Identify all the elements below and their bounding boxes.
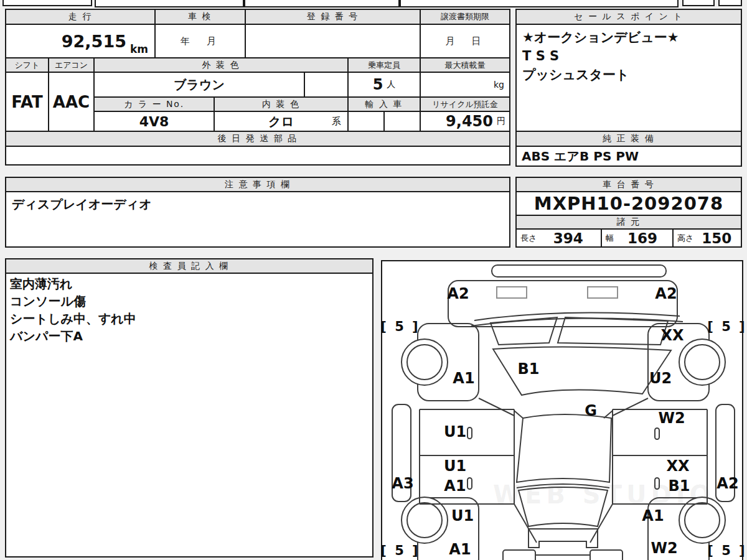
- top-cell: [400, 0, 679, 7]
- top-cell: [682, 0, 715, 6]
- interior-color-name: クロ: [268, 113, 294, 130]
- notes-panel: 注 意 事 項 欄 ディスプレイオーディオ: [5, 177, 510, 248]
- interior-color-header: 内 装 色: [215, 98, 349, 112]
- sales-points-content: ★オークションデビュー★T S Sプッシュスタート: [517, 25, 742, 132]
- diagram-label-A1: A1: [449, 541, 471, 558]
- recycle-number: 9,450: [446, 113, 493, 130]
- diagram-label-B1: B1: [518, 360, 540, 378]
- diagram-label-XX: XX: [660, 327, 684, 344]
- import-cell-2: [385, 112, 421, 132]
- chassis-number-value: MXPH10-2092078: [517, 192, 742, 216]
- diagram-label-U1: U1: [444, 423, 466, 441]
- spec-height-value: 150: [697, 230, 741, 246]
- exterior-color-extra-cell: [305, 73, 349, 98]
- transfer-docs-deadline-header: 譲渡書類期限: [421, 10, 510, 25]
- mileage-number: 92,515: [62, 32, 126, 51]
- diagram-label-5: [ 5 ]: [380, 543, 420, 558]
- auction-sheet: 走 行 車 検 登 録 番 号 譲渡書類期限 92,515 km 年 月 月 日…: [0, 0, 747, 560]
- diagram-label-U2: U2: [649, 370, 672, 387]
- spec-width-label: 幅: [606, 233, 614, 244]
- diagram-label-W2: W2: [651, 539, 677, 557]
- spec-length: 長さ 394: [517, 230, 602, 248]
- specs-header: 諸 元: [517, 216, 742, 230]
- top-cell: [718, 0, 742, 6]
- diagram-label-A2: A2: [655, 285, 677, 302]
- diagram-label-W2: W2: [658, 409, 685, 427]
- inspection-value: 年 月: [156, 25, 246, 58]
- chassis-panel: 車 台 番 号 MXPH10-2092078 諸 元 長さ 394 幅 169 …: [515, 177, 742, 248]
- color-no-header: カ ラ ー No.: [95, 98, 215, 112]
- shift-value: FAT: [6, 73, 49, 132]
- diagram-label-5: [ 5 ]: [707, 319, 746, 334]
- later-shipped-parts-value: [6, 147, 510, 166]
- aircon-value: AAC: [49, 73, 95, 132]
- diagram-label-U1: U1: [444, 457, 466, 475]
- top-cell: [2, 0, 92, 6]
- registration-number-value: [246, 25, 421, 58]
- mileage-value: 92,515 km: [6, 25, 156, 58]
- later-shipped-parts-header: 後 日 発 送 部 品: [6, 132, 510, 147]
- text-line: ★オークションデビュー★: [522, 28, 679, 47]
- registration-number-header: 登 録 番 号: [246, 10, 421, 25]
- capacity-number: 5: [373, 76, 383, 93]
- import-cell-1: [349, 112, 385, 132]
- car-condition-diagram: WEB STUDIO: [381, 260, 743, 560]
- top-cell: [95, 0, 244, 7]
- diagram-label-5: [ 5 ]: [707, 543, 746, 558]
- inspector-content: 室内薄汚れコンソール傷シートしみ中、すれ中バンパー下A: [6, 274, 374, 558]
- diagram-label-XX: XX: [666, 457, 689, 475]
- chassis-number-header: 車 台 番 号: [517, 178, 742, 192]
- recycle-unit: 円: [497, 116, 505, 127]
- capacity-value: 5 人: [349, 73, 421, 98]
- spec-length-label: 長さ: [520, 233, 537, 244]
- text-line: T S S: [522, 47, 559, 65]
- shift-header: シフト: [6, 58, 49, 73]
- max-load-unit: kg: [494, 80, 504, 90]
- diagram-label-B1: B1: [669, 477, 690, 495]
- text-line: コンソール傷: [10, 292, 86, 310]
- diagram-label-A2: A2: [447, 285, 469, 302]
- aircon-header: エアコン: [49, 58, 95, 73]
- inspector-header: 検 査 員 記 入 欄: [6, 259, 374, 274]
- exterior-color-value: ブラウン: [95, 73, 305, 98]
- vehicle-info-table: 走 行 車 検 登 録 番 号 譲渡書類期限 92,515 km 年 月 月 日…: [5, 9, 510, 166]
- inspector-panel: 検 査 員 記 入 欄 室内薄汚れコンソール傷シートしみ中、すれ中バンパー下A: [5, 258, 374, 558]
- genuine-equipment-value: ABS エアB PS PW: [517, 147, 742, 167]
- text-line: ディスプレイオーディオ: [12, 195, 152, 213]
- spec-length-value: 394: [540, 230, 601, 246]
- spec-width: 幅 169: [602, 230, 674, 248]
- sales-points-panel: セ ー ル ス ポ イ ン ト ★オークションデビュー★T S Sプッシュスター…: [515, 9, 742, 167]
- color-no-value: 4V8: [95, 112, 215, 132]
- text-line: 室内薄汚れ: [10, 275, 72, 292]
- text-line: プッシュスタート: [522, 65, 629, 84]
- max-load-header: 最大積載量: [421, 58, 510, 73]
- spec-height-label: 高さ: [677, 233, 693, 244]
- capacity-header: 乗車定員: [349, 58, 421, 73]
- capacity-unit: 人: [387, 79, 395, 90]
- sales-points-header: セ ー ル ス ポ イ ン ト: [517, 10, 742, 25]
- text-line: バンパー下A: [10, 327, 83, 345]
- text-line: シートしみ中、すれ中: [10, 310, 136, 327]
- mileage-header: 走 行: [6, 10, 156, 25]
- genuine-equipment-header: 純 正 装 備: [517, 132, 742, 147]
- spec-width-value: 169: [618, 230, 672, 246]
- transfer-docs-value: 月 日: [421, 25, 510, 58]
- car-outline-drawing: [382, 261, 742, 560]
- diagram-label-A1: A1: [453, 370, 474, 387]
- notes-header: 注 意 事 項 欄: [6, 178, 510, 192]
- max-load-value: kg: [421, 73, 510, 98]
- mileage-unit: km: [130, 43, 148, 57]
- diagram-label-5: [ 5 ]: [380, 319, 420, 334]
- diagram-label-A3: A3: [392, 475, 413, 492]
- recycle-deposit-header: リサイクル預託金: [421, 98, 510, 112]
- top-cell: [244, 0, 400, 7]
- import-header: 輸 入 車: [349, 98, 421, 112]
- inspection-header: 車 検: [156, 10, 246, 25]
- diagram-label-A2: A2: [716, 475, 738, 492]
- diagram-label-A1: A1: [642, 507, 664, 525]
- notes-content: ディスプレイオーディオ: [6, 192, 510, 248]
- diagram-label-U1: U1: [451, 507, 474, 525]
- spec-height: 高さ 150: [674, 230, 742, 248]
- exterior-color-header: 外 装 色: [95, 58, 349, 73]
- interior-color-value: クロ 系: [215, 112, 349, 132]
